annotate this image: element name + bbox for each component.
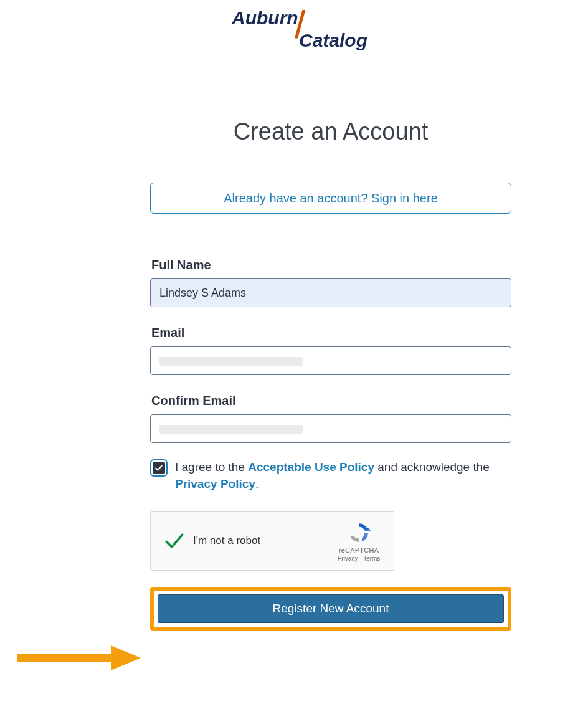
full-name-label: Full Name [151,258,511,272]
recaptcha-brand-links: Privacy - Terms [333,555,385,562]
recaptcha-label: I'm not a robot [187,535,333,547]
recaptcha-brand-name: reCAPTCHA [333,546,385,554]
recaptcha-brand: reCAPTCHA Privacy - Terms [333,520,385,562]
privacy-policy-link[interactable]: Privacy Policy [175,477,255,490]
recaptcha-logo-icon [346,520,371,545]
brand-word-catalog: Catalog [299,30,368,51]
confirm-email-input[interactable] [150,414,511,443]
consent-checkbox[interactable] [150,459,168,477]
redacted-confirm-email-icon [159,425,303,434]
sign-in-button[interactable]: Already have an account? Sign in here [150,183,511,214]
acceptable-use-policy-link[interactable]: Acceptable Use Policy [248,460,374,474]
svg-marker-2 [111,645,141,670]
divider [150,239,511,239]
recaptcha-widget[interactable]: I'm not a robot reCAPTCHA Privacy - Term… [150,511,394,571]
check-icon [154,464,163,472]
consent-text: I agree to the Acceptable Use Policy and… [175,459,511,492]
register-highlight: Register New Account [150,587,511,631]
page-title: Create an Account [150,118,511,145]
recaptcha-check-icon [162,528,187,553]
brand-logo: Auburn / Catalog [0,7,588,62]
brand-word-auburn: Auburn [232,7,298,29]
email-input[interactable] [150,346,511,375]
full-name-input[interactable] [150,278,511,307]
email-label: Email [151,326,511,340]
register-button[interactable]: Register New Account [158,594,504,623]
confirm-email-label: Confirm Email [151,394,511,408]
annotation-arrow-icon [17,644,142,672]
redacted-email-icon [159,357,303,366]
